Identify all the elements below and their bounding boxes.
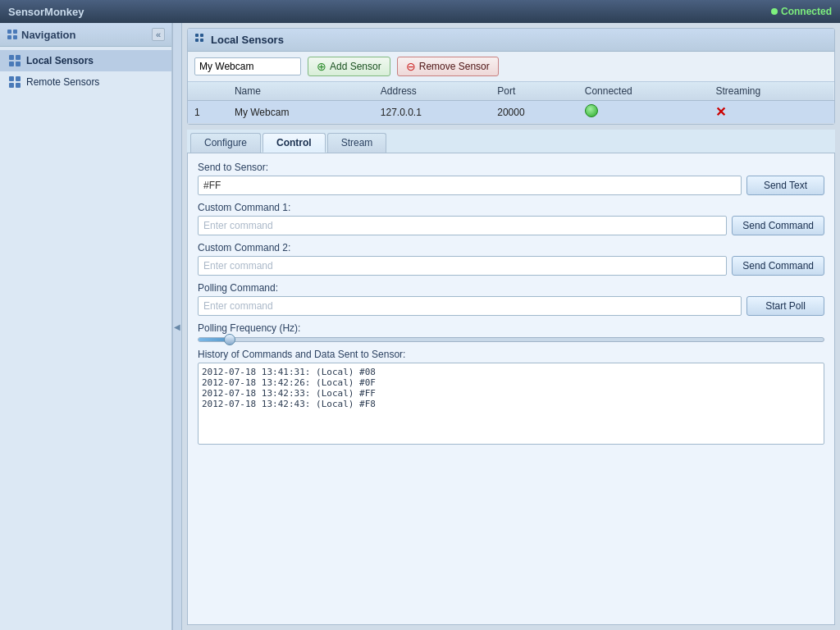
- history-section: History of Commands and Data Sent to Sen…: [198, 349, 824, 447]
- start-poll-button[interactable]: Start Poll: [746, 296, 824, 316]
- send-to-sensor-label: Send to Sensor:: [198, 162, 824, 173]
- remote-sensors-icon: [8, 75, 21, 89]
- sidebar-header: Navigation «: [0, 23, 171, 47]
- svg-rect-11: [16, 83, 21, 88]
- col-streaming: Streaming: [709, 82, 834, 101]
- custom-command-2-label: Custom Command 2:: [198, 242, 824, 253]
- svg-rect-13: [200, 34, 203, 37]
- add-sensor-button[interactable]: ⊕ Add Sensor: [308, 57, 390, 76]
- send-to-sensor-section: Send to Sensor: Send Text: [198, 162, 824, 195]
- svg-rect-15: [200, 39, 203, 42]
- col-connected: Connected: [578, 82, 710, 101]
- remove-icon: ⊖: [406, 60, 416, 73]
- add-icon: ⊕: [317, 60, 326, 73]
- custom-command-2-section: Custom Command 2: Send Command: [198, 242, 824, 276]
- tab-control[interactable]: Control: [262, 133, 326, 153]
- col-index: [188, 82, 228, 101]
- sensors-panel-title: Local Sensors: [211, 34, 284, 46]
- svg-rect-7: [16, 62, 21, 66]
- sidebar-nav: Local Sensors Remote Sensors: [0, 47, 171, 96]
- svg-rect-2: [7, 35, 11, 39]
- polling-command-section: Polling Command: Start Poll: [198, 282, 824, 316]
- sensors-table: Name Address Port Connected Streaming 1 …: [188, 82, 834, 124]
- tab-configure[interactable]: Configure: [190, 133, 261, 153]
- history-box[interactable]: [198, 363, 824, 445]
- send-text-input[interactable]: [198, 176, 742, 195]
- sidebar-item-remote-sensors-label: Remote Sensors: [26, 76, 99, 88]
- app-title: SensorMonkey: [8, 6, 84, 18]
- custom-command-2-row: Send Command: [198, 256, 824, 276]
- svg-rect-12: [195, 34, 199, 37]
- remove-sensor-button[interactable]: ⊖ Remove Sensor: [397, 57, 499, 76]
- svg-rect-9: [16, 76, 21, 81]
- svg-rect-8: [9, 76, 14, 81]
- cell-index: 1: [188, 101, 228, 124]
- custom-command-1-input[interactable]: [198, 216, 727, 235]
- polling-frequency-slider-track: [198, 337, 824, 342]
- send-text-row: Send Text: [198, 176, 824, 195]
- nav-icon: [7, 29, 18, 40]
- send-text-button[interactable]: Send Text: [746, 176, 824, 195]
- svg-rect-0: [7, 30, 11, 34]
- svg-rect-1: [13, 30, 17, 34]
- not-streaming-icon: ✕: [715, 105, 726, 119]
- tab-stream[interactable]: Stream: [327, 133, 387, 153]
- custom-command-1-label: Custom Command 1:: [198, 202, 824, 213]
- history-label: History of Commands and Data Sent to Sen…: [198, 349, 824, 360]
- sidebar-item-remote-sensors[interactable]: Remote Sensors: [0, 71, 171, 93]
- table-row[interactable]: 1 My Webcam 127.0.0.1 20000 ✕: [188, 101, 834, 124]
- polling-command-label: Polling Command:: [198, 282, 824, 294]
- col-name: Name: [228, 82, 374, 101]
- col-port: Port: [491, 82, 578, 101]
- sensor-name-input[interactable]: [194, 57, 301, 75]
- cell-address: 127.0.0.1: [374, 101, 491, 124]
- polling-frequency-label: Polling Frequency (Hz):: [198, 322, 824, 334]
- tab-content-control: Send to Sensor: Send Text Custom Command…: [187, 153, 835, 625]
- polling-frequency-slider-thumb[interactable]: [224, 334, 235, 345]
- sensors-panel: Local Sensors ⊕ Add Sensor ⊖ Remove Sens…: [187, 28, 835, 125]
- svg-rect-3: [13, 35, 17, 39]
- connected-icon: [585, 104, 598, 117]
- svg-rect-14: [195, 39, 199, 42]
- sidebar-item-local-sensors-label: Local Sensors: [26, 55, 94, 66]
- sensors-toolbar: ⊕ Add Sensor ⊖ Remove Sensor: [188, 52, 834, 82]
- polling-command-input[interactable]: [198, 296, 742, 316]
- custom-command-1-row: Send Command: [198, 216, 824, 235]
- polling-command-row: Start Poll: [198, 296, 824, 316]
- polling-frequency-section: Polling Frequency (Hz):: [198, 322, 824, 342]
- sensors-table-container: Name Address Port Connected Streaming 1 …: [188, 82, 834, 124]
- svg-rect-10: [9, 83, 14, 88]
- send-command-2-button[interactable]: Send Command: [732, 256, 824, 276]
- cell-connected: [578, 101, 710, 124]
- sensors-panel-icon: [194, 33, 206, 47]
- sidebar-collapse-button[interactable]: «: [152, 28, 165, 41]
- cell-name: My Webcam: [228, 101, 374, 124]
- col-address: Address: [374, 82, 491, 101]
- connection-status: Connected: [771, 6, 832, 17]
- connection-dot: [771, 8, 778, 15]
- sidebar: Navigation « Local Sensors Remote Sensor…: [0, 23, 172, 630]
- sidebar-item-local-sensors[interactable]: Local Sensors: [0, 50, 171, 71]
- cell-streaming: ✕: [709, 101, 834, 124]
- main-layout: Navigation « Local Sensors Remote Sensor…: [0, 23, 840, 630]
- custom-command-1-section: Custom Command 1: Send Command: [198, 202, 824, 235]
- sensors-panel-header: Local Sensors: [188, 29, 834, 52]
- sensors-tbody: 1 My Webcam 127.0.0.1 20000 ✕: [188, 101, 834, 124]
- content: Local Sensors ⊕ Add Sensor ⊖ Remove Sens…: [182, 23, 840, 630]
- svg-rect-6: [9, 62, 14, 66]
- control-area: Configure Control Stream Send to Sensor:…: [187, 130, 835, 625]
- custom-command-2-input[interactable]: [198, 256, 727, 276]
- svg-rect-4: [9, 55, 14, 60]
- local-sensors-icon: [8, 54, 21, 67]
- sidebar-title: Navigation: [21, 29, 75, 41]
- send-command-1-button[interactable]: Send Command: [732, 216, 824, 235]
- collapse-handle[interactable]: ◀: [172, 23, 182, 630]
- titlebar: SensorMonkey Connected: [0, 0, 840, 23]
- tabs-bar: Configure Control Stream: [187, 130, 835, 153]
- svg-rect-5: [16, 55, 21, 60]
- cell-port: 20000: [491, 101, 578, 124]
